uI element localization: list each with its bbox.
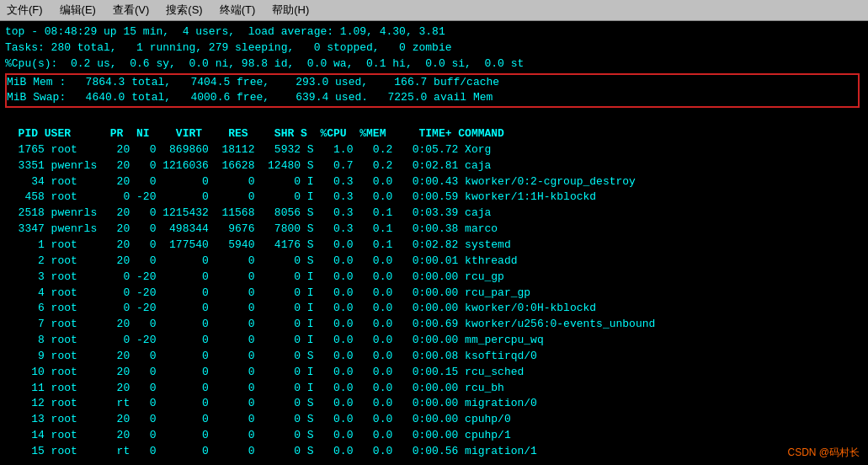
blank-spacer (5, 110, 863, 126)
cpu-line: %Cpu(s): 0.2 us, 0.6 sy, 0.0 ni, 98.8 id… (5, 56, 863, 72)
table-row: 1 root 20 0 177540 5940 4176 S 0.0 0.1 0… (5, 238, 863, 254)
table-row: 11 root 20 0 0 0 0 I 0.0 0.0 0:00.00 rcu… (5, 381, 863, 397)
menu-bar: 文件(F) 编辑(E) 查看(V) 搜索(S) 终端(T) 帮助(H) (0, 0, 868, 21)
process-list: 1765 root 20 0 869860 18112 5932 S 1.0 0… (5, 142, 863, 460)
table-row: 1765 root 20 0 869860 18112 5932 S 1.0 0… (5, 142, 863, 158)
table-row: 3351 pwenrls 20 0 1216036 16628 12480 S … (5, 158, 863, 174)
top-status-line: top - 08:48:29 up 15 min, 4 users, load … (5, 24, 863, 40)
terminal: top - 08:48:29 up 15 min, 4 users, load … (0, 21, 868, 463)
table-row: 14 root 20 0 0 0 0 S 0.0 0.0 0:00.00 cpu… (5, 428, 863, 444)
table-row: 3 root 0 -20 0 0 0 I 0.0 0.0 0:00.00 rcu… (5, 270, 863, 286)
table-row: 13 root 20 0 0 0 0 S 0.0 0.0 0:00.00 cpu… (5, 412, 863, 428)
menu-view[interactable]: 查看(V) (109, 2, 152, 19)
menu-help[interactable]: 帮助(H) (269, 2, 312, 19)
tasks-line: Tasks: 280 total, 1 running, 279 sleepin… (5, 40, 863, 56)
table-row: 458 root 0 -20 0 0 0 I 0.3 0.0 0:00.59 k… (5, 190, 863, 206)
mem-line: MiB Mem : 7864.3 total, 7404.5 free, 293… (7, 75, 858, 91)
table-row: 34 root 20 0 0 0 0 I 0.3 0.0 0:00.43 kwo… (5, 174, 863, 190)
table-row: 3347 pwenrls 20 0 498344 9676 7800 S 0.3… (5, 222, 863, 238)
footer-watermark: CSDN @码村长 (787, 446, 860, 460)
menu-terminal[interactable]: 终端(T) (216, 2, 259, 19)
table-row: 8 root 0 -20 0 0 0 I 0.0 0.0 0:00.00 mm_… (5, 333, 863, 349)
table-row: 4 root 0 -20 0 0 0 I 0.0 0.0 0:00.00 rcu… (5, 286, 863, 302)
table-row: 9 root 20 0 0 0 0 S 0.0 0.0 0:00.08 ksof… (5, 349, 863, 365)
table-row: 2 root 20 0 0 0 0 S 0.0 0.0 0:00.01 kthr… (5, 254, 863, 270)
table-row: 15 root rt 0 0 0 0 S 0.0 0.0 0:00.56 mig… (5, 444, 863, 460)
table-row: 7 root 20 0 0 0 0 I 0.0 0.0 0:00.69 kwor… (5, 317, 863, 333)
menu-edit[interactable]: 编辑(E) (56, 2, 99, 19)
table-row: 12 root rt 0 0 0 0 S 0.0 0.0 0:00.00 mig… (5, 396, 863, 412)
table-row: 10 root 20 0 0 0 0 I 0.0 0.0 0:00.15 rcu… (5, 365, 863, 381)
menu-search[interactable]: 搜索(S) (162, 2, 205, 19)
table-row: 6 root 0 -20 0 0 0 I 0.0 0.0 0:00.00 kwo… (5, 301, 863, 317)
table-row: 2518 pwenrls 20 0 1215432 11568 8056 S 0… (5, 206, 863, 222)
swap-line: MiB Swap: 4640.0 total, 4000.6 free, 639… (7, 90, 858, 106)
menu-file[interactable]: 文件(F) (3, 2, 46, 19)
column-header: PID USER PR NI VIRT RES SHR S %CPU %MEM … (5, 126, 863, 142)
